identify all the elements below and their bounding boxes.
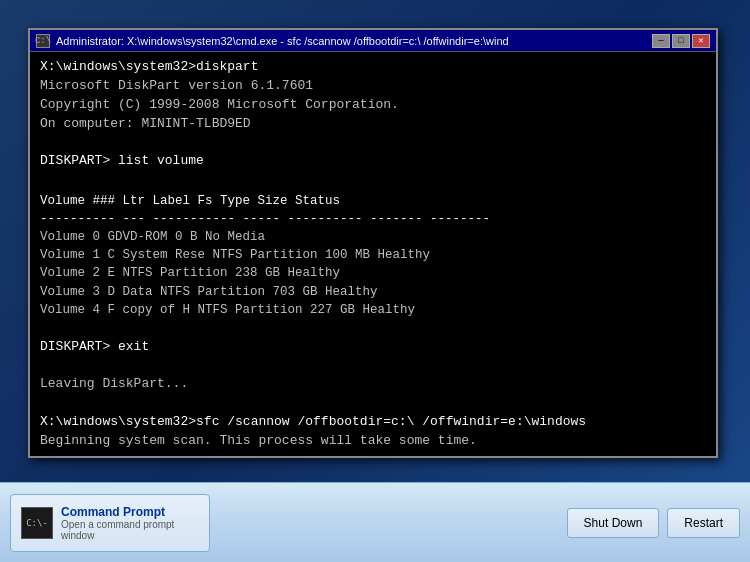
cmd-blank-3 xyxy=(40,319,706,338)
cmd-body: X:\windows\system32>diskpart Microsoft D… xyxy=(30,52,716,456)
window-controls: ─ □ ✕ xyxy=(652,34,710,48)
cmd-icon: C:\ xyxy=(36,34,50,48)
table-header: Volume ### Ltr Label Fs Type Size Status xyxy=(40,192,706,210)
cmd-titlebar: C:\ Administrator: X:\windows\system32\c… xyxy=(30,30,716,52)
shutdown-button[interactable]: Shut Down xyxy=(567,508,660,538)
cmd-blank-2 xyxy=(40,171,706,190)
cmd-blank-1 xyxy=(40,133,706,152)
cmd-line-5: On computer: MININT-TLBD9ED xyxy=(40,115,706,134)
taskbar: C:\- Command Prompt Open a command promp… xyxy=(0,482,750,562)
cmd-line-4: Copyright (C) 1999-2008 Microsoft Corpor… xyxy=(40,96,706,115)
table-row-2: Volume 2 E NTFS Partition 238 GB Healthy xyxy=(40,264,706,282)
cmd-title: Administrator: X:\windows\system32\cmd.e… xyxy=(56,35,652,47)
taskbar-item-title: Command Prompt xyxy=(61,505,199,519)
table-row-4: Volume 4 F copy of H NTFS Partition 227 … xyxy=(40,301,706,319)
cmd-window: C:\ Administrator: X:\windows\system32\c… xyxy=(28,28,718,458)
taskbar-icon-label: C:\- xyxy=(26,518,48,528)
cmd-list-volume: DISKPART> list volume xyxy=(40,152,706,171)
cmd-exit: DISKPART> exit xyxy=(40,338,706,357)
minimize-button[interactable]: ─ xyxy=(652,34,670,48)
maximize-button[interactable]: □ xyxy=(672,34,690,48)
taskbar-cmd-item[interactable]: C:\- Command Prompt Open a command promp… xyxy=(10,494,210,552)
cmd-line-1: X:\windows\system32>diskpart xyxy=(40,58,706,77)
table-divider: ---------- --- ----------- ----- -------… xyxy=(40,210,706,228)
cmd-blank-5 xyxy=(40,394,706,413)
close-button[interactable]: ✕ xyxy=(692,34,710,48)
taskbar-item-text: Command Prompt Open a command prompt win… xyxy=(61,505,199,541)
cmd-table: Volume ### Ltr Label Fs Type Size Status… xyxy=(40,192,706,319)
table-row-3: Volume 3 D Data NTFS Partition 703 GB He… xyxy=(40,283,706,301)
cmd-sfc: X:\windows\system32>sfc /scannow /offboo… xyxy=(40,413,706,432)
table-row-1: Volume 1 C System Rese NTFS Partition 10… xyxy=(40,246,706,264)
table-row-0: Volume 0 GDVD-ROM 0 B No Media xyxy=(40,228,706,246)
restart-button[interactable]: Restart xyxy=(667,508,740,538)
taskbar-cmd-icon: C:\- xyxy=(21,507,53,539)
cmd-line-3: Microsoft DiskPart version 6.1.7601 xyxy=(40,77,706,96)
desktop: C:\ Administrator: X:\windows\system32\c… xyxy=(0,0,750,562)
cmd-scanning: Beginning system scan. This process will… xyxy=(40,432,706,451)
cmd-leaving: Leaving DiskPart... xyxy=(40,375,706,394)
taskbar-right: Shut Down Restart xyxy=(567,508,740,538)
taskbar-item-subtitle: Open a command prompt window xyxy=(61,519,199,541)
cmd-blank-4 xyxy=(40,356,706,375)
